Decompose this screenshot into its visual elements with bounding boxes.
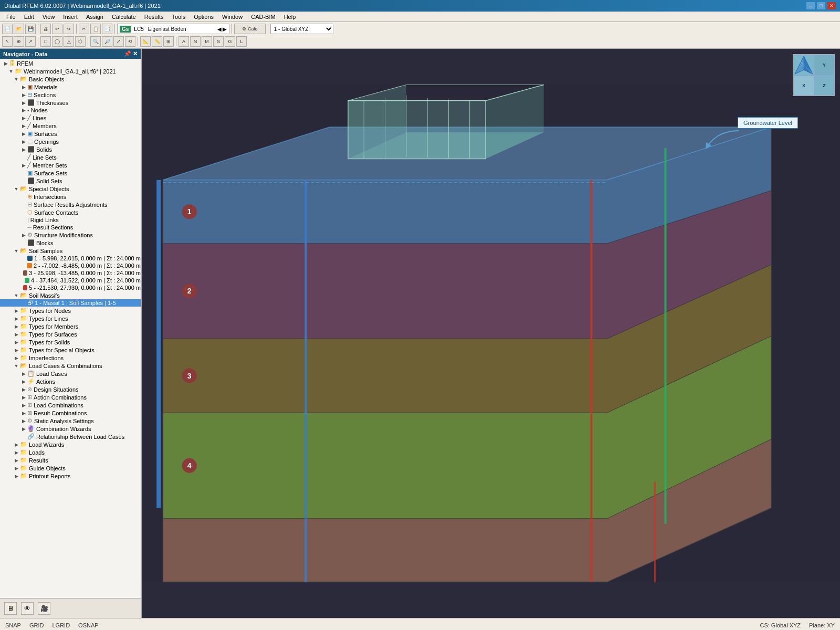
- nav-pin-btn[interactable]: 📌: [124, 50, 131, 57]
- tb-r13[interactable]: 📏: [152, 36, 162, 47]
- tb-r16[interactable]: N: [190, 36, 201, 47]
- tb-new[interactable]: 📄: [2, 24, 13, 34]
- tb-r9[interactable]: 🔎: [102, 36, 112, 47]
- tree-solid-sets[interactable]: ⬛ Solid Sets: [0, 177, 141, 185]
- maximize-button[interactable]: □: [817, 2, 825, 9]
- tree-solids[interactable]: ▶ ⬛ Solids: [0, 145, 141, 153]
- minimize-button[interactable]: ─: [806, 2, 815, 9]
- tree-materials[interactable]: ▶ ▣ Materials: [0, 83, 141, 91]
- tb-r6[interactable]: △: [64, 36, 74, 47]
- tree-actions[interactable]: ▶ ⚡ Actions: [0, 377, 141, 385]
- tb-r10[interactable]: ⤢: [113, 36, 124, 47]
- tree-design-situations[interactable]: ▶ ⊗ Design Situations: [0, 385, 141, 393]
- tb-r20[interactable]: L: [236, 36, 247, 47]
- tb-r5[interactable]: ◯: [52, 36, 62, 47]
- tb-calculate[interactable]: ⚙ Calc: [234, 24, 266, 34]
- lc-next[interactable]: ▶: [223, 26, 227, 32]
- tb-r19[interactable]: G: [225, 36, 235, 47]
- tree-types-members[interactable]: ▶ 📁 Types for Members: [0, 322, 141, 330]
- tb-r18[interactable]: S: [213, 36, 224, 47]
- tree-guide-objects[interactable]: ▶ 📁 Guide Objects: [0, 464, 141, 472]
- tree-soil-massifs[interactable]: ▼ 📂 Soil Massifs: [0, 291, 141, 299]
- tree-results[interactable]: ▶ 📁 Results: [0, 456, 141, 464]
- tree-types-nodes[interactable]: ▶ 📁 Types for Nodes: [0, 307, 141, 314]
- tree-types-surfaces[interactable]: ▶ 📁 Types for Surfaces: [0, 330, 141, 338]
- tree-soil-sample-2[interactable]: 2 - -7.002, -8.485, 0.000 m | Σt : 24.00…: [0, 262, 141, 269]
- tree-rigid-links[interactable]: | Rigid Links: [0, 216, 141, 224]
- tb-btn3[interactable]: ✂: [79, 24, 89, 34]
- tb-r12[interactable]: 📐: [140, 36, 151, 47]
- tree-line-sets[interactable]: ╱ Line Sets: [0, 153, 141, 161]
- tree-result-sections[interactable]: ─ Result Sections: [0, 224, 141, 231]
- tb-redo[interactable]: ↪: [64, 24, 74, 34]
- tree-member-sets[interactable]: ▶ ╱ Member Sets: [0, 161, 141, 169]
- tb-r3[interactable]: ↗: [25, 36, 36, 47]
- tree-relationship-lc[interactable]: 🔗 Relationship Between Load Cases: [0, 433, 141, 440]
- tree-thicknesses[interactable]: ▶ ⬛ Thicknesses: [0, 99, 141, 107]
- tree-result-combinations[interactable]: ▶ ⊠ Result Combinations: [0, 409, 141, 417]
- menu-calculate[interactable]: Calculate: [108, 13, 140, 21]
- tb-r7[interactable]: ⬡: [75, 36, 86, 47]
- tree-combination-wizards[interactable]: ▶ 🔮 Combination Wizards: [0, 425, 141, 433]
- lc-dropdown[interactable]: Gs LC5 Eigenlast Boden ◀ ▶: [117, 24, 229, 34]
- tree-load-wizards[interactable]: ▶ 📁 Load Wizards: [0, 440, 141, 448]
- tree-loads[interactable]: ▶ 📁 Loads: [0, 448, 141, 456]
- tb-print[interactable]: 🖨: [40, 24, 51, 34]
- tree-members[interactable]: ▶ ╱ Members: [0, 122, 141, 130]
- tb-r14[interactable]: ⊞: [163, 36, 174, 47]
- tb-undo[interactable]: ↩: [52, 24, 62, 34]
- tree-types-solids[interactable]: ▶ 📁 Types for Solids: [0, 338, 141, 346]
- nav-bottom-eye[interactable]: 👁: [21, 602, 34, 615]
- tree-soil-sample-4[interactable]: 4 - 37.464, 31.522, 0.000 m | Σt : 24.00…: [0, 277, 141, 284]
- menu-tools[interactable]: Tools: [167, 13, 190, 21]
- tree-blocks[interactable]: ⬛ Blocks: [0, 239, 141, 247]
- tree-soil-sample-1[interactable]: 1 - 5.998, 22.015, 0.000 m | Σt : 24.000…: [0, 255, 141, 262]
- menu-insert[interactable]: Insert: [59, 13, 82, 21]
- tree-basic-objects[interactable]: ▼ 📂 Basic Objects: [0, 75, 141, 83]
- close-button[interactable]: ✕: [827, 2, 836, 9]
- tb-btn4[interactable]: 📋: [90, 24, 101, 34]
- tree-soil-massif-1[interactable]: 🗗 1 - Massif 1 | Soil Samples | 1-5: [0, 299, 141, 307]
- tb-r1[interactable]: ↖: [2, 36, 13, 47]
- tree-rfem[interactable]: ▶ 🗄 RFEM: [0, 60, 141, 67]
- tree-surf-contacts[interactable]: ⬡ Surface Contacts: [0, 208, 141, 216]
- menu-window[interactable]: Window: [218, 13, 247, 21]
- tree-sections[interactable]: ▶ ⊟ Sections: [0, 91, 141, 99]
- tree-surfaces[interactable]: ▶ ▣ Surfaces: [0, 130, 141, 138]
- tb-open[interactable]: 📂: [14, 24, 24, 34]
- menu-edit[interactable]: Edit: [20, 13, 38, 21]
- tree-surface-sets[interactable]: ▣ Surface Sets: [0, 169, 141, 177]
- tree-load-cases[interactable]: ▶ 📋 Load Cases: [0, 370, 141, 377]
- tree-intersections[interactable]: ⊕ Intersections: [0, 193, 141, 201]
- tree-load-combinations[interactable]: ▶ ⊞ Load Combinations: [0, 401, 141, 409]
- tree-action-combinations[interactable]: ▶ ⊞ Action Combinations: [0, 393, 141, 401]
- tb-r11[interactable]: ⟲: [125, 36, 135, 47]
- tb-r8[interactable]: 🔍: [90, 36, 101, 47]
- menu-cadbim[interactable]: CAD-BIM: [247, 13, 279, 21]
- menu-options[interactable]: Options: [190, 13, 218, 21]
- tree-types-special[interactable]: ▶ 📁 Types for Special Objects: [0, 346, 141, 354]
- tree-soil-sample-3[interactable]: 3 - 25.998, -13.485, 0.000 m | Σt : 24.0…: [0, 269, 141, 277]
- tree-static-analysis[interactable]: ▶ ⚙ Static Analysis Settings: [0, 417, 141, 425]
- tree-struct-mod[interactable]: ▶ ⚙ Structure Modifications: [0, 231, 141, 239]
- tb-btn5[interactable]: 📑: [102, 24, 112, 34]
- nav-close-btn[interactable]: ✕: [133, 50, 138, 57]
- viewport[interactable]: 1 2 3 4: [142, 49, 840, 618]
- tree-lines[interactable]: ▶ ╱ Lines: [0, 114, 141, 122]
- tree-project[interactable]: ▼ 📁 Webinarmodell_GA-1_all.rf6* | 2021: [0, 67, 141, 75]
- tree-imperfections[interactable]: ▶ 📁 Imperfections: [0, 354, 141, 362]
- menu-view[interactable]: View: [38, 13, 59, 21]
- tree-soil-sample-5[interactable]: 5 - -21.530, 27.930, 0.000 m | Σt : 24.0…: [0, 284, 141, 291]
- menu-file[interactable]: File: [2, 13, 20, 21]
- tree-surf-results-adj[interactable]: ⊟ Surface Results Adjustments: [0, 201, 141, 208]
- tree-printout-reports[interactable]: ▶ 📁 Printout Reports: [0, 472, 141, 480]
- tree-special-objects[interactable]: ▼ 📂 Special Objects: [0, 185, 141, 193]
- tb-r2[interactable]: ⊕: [14, 36, 24, 47]
- tree-load-cases-combinations[interactable]: ▼ 📂 Load Cases & Combinations: [0, 362, 141, 370]
- tree-types-lines[interactable]: ▶ 📁 Types for Lines: [0, 314, 141, 322]
- tb-r15[interactable]: A: [178, 36, 189, 47]
- nav-bottom-camera[interactable]: 🎥: [38, 602, 50, 615]
- tree-soil-samples[interactable]: ▼ 📂 Soil Samples: [0, 247, 141, 255]
- menu-results[interactable]: Results: [140, 13, 168, 21]
- coordinate-system-select[interactable]: 1 - Global XYZ: [270, 24, 333, 34]
